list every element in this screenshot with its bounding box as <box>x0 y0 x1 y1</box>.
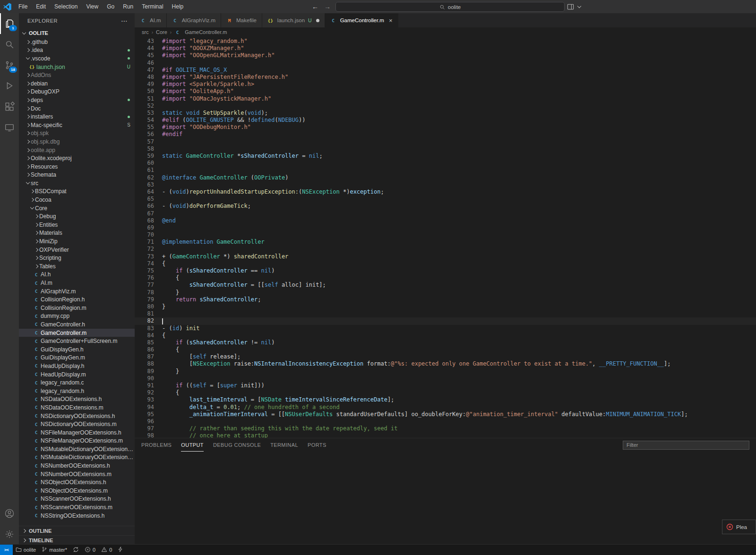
tree-item[interactable]: Clegacy_random.c <box>19 378 135 387</box>
code-line[interactable]: 49#import <Sparkle/Sparkle.h> <box>135 81 756 88</box>
code-line[interactable]: 62@interface GameController (OOPrivate) <box>135 174 756 181</box>
code-editor[interactable]: 43#import "legacy_random.h"44#import "OO… <box>135 37 756 438</box>
panel-tab-debug-console[interactable]: DEBUG CONSOLE <box>213 438 261 452</box>
tree-item[interactable]: CHeadUpDisplay.m <box>19 370 135 379</box>
history-back-button[interactable]: ← <box>312 3 318 10</box>
notification-toast[interactable]: Plea <box>722 520 756 534</box>
code-line[interactable]: 58 <box>135 145 756 153</box>
tree-item[interactable]: CNSObjectOOExtensions.m <box>19 487 135 495</box>
tree-item[interactable]: Scripting <box>19 254 135 262</box>
tree-item[interactable]: OXPVerifier <box>19 246 135 254</box>
tree-item[interactable]: AddOns <box>19 71 135 79</box>
code-line[interactable]: 65 <box>135 196 756 203</box>
code-line[interactable]: 95 _animationTimerInterval = [[NSUserDef… <box>135 411 756 418</box>
code-line[interactable]: 45#import "OOOpenGLMatrixManager.h" <box>135 52 756 59</box>
code-line[interactable]: 55#import "OODebugMonitor.h" <box>135 124 756 131</box>
code-line[interactable]: 96 <box>135 418 756 425</box>
code-line[interactable]: 64- (void)reportUnhandledStartupExceptio… <box>135 188 756 196</box>
tree-item[interactable]: CNSDictionaryOOExtensions.h <box>19 412 135 420</box>
code-line[interactable]: 57 <box>135 138 756 145</box>
code-line[interactable]: 50#import "OoliteApp.h" <box>135 88 756 95</box>
tree-item[interactable]: CNSFileManagerOOExtensions.h <box>19 428 135 437</box>
code-line[interactable]: 93 last_timeInterval = [NSDate timeInter… <box>135 396 756 403</box>
code-line[interactable]: 92 { <box>135 389 756 396</box>
tree-item[interactable]: Mac-specificS <box>19 121 135 129</box>
extensions-icon[interactable] <box>0 96 19 117</box>
tree-item[interactable]: CNSObjectOOExtensions.h <box>19 478 135 487</box>
code-line[interactable]: 70 <box>135 231 756 239</box>
tree-item[interactable]: Entities <box>19 221 135 229</box>
tree-item[interactable]: Cocoa <box>19 196 135 204</box>
tree-item[interactable]: CNSNumberOOExtensions.m <box>19 470 135 478</box>
code-line[interactable]: 43#import "legacy_random.h" <box>135 38 756 45</box>
tree-item[interactable]: deps <box>19 96 135 104</box>
run-and-debug-icon[interactable] <box>0 76 19 96</box>
menu-selection[interactable]: Selection <box>50 0 82 13</box>
tree-item[interactable]: CNSFileManagerOOExtensions.m <box>19 437 135 445</box>
remote-explorer-icon[interactable] <box>0 117 19 138</box>
tab-launch.json[interactable]: {}launch.jsonU <box>262 13 325 27</box>
code-line[interactable]: 88 [NSException raise:NSInternalInconsis… <box>135 360 756 367</box>
menu-terminal[interactable]: Terminal <box>137 0 167 13</box>
status-git-sync[interactable] <box>70 545 82 555</box>
accounts-icon[interactable] <box>0 503 19 524</box>
tree-item[interactable]: CHeadUpDisplay.h <box>19 362 135 370</box>
panel-tab-problems[interactable]: PROBLEMS <box>141 438 172 452</box>
code-line[interactable]: 61 <box>135 167 756 174</box>
code-line[interactable]: 85 if (sSharedController != nil) <box>135 339 756 346</box>
code-line[interactable]: 83- (id) init <box>135 325 756 332</box>
layout-controls-button[interactable] <box>567 0 582 13</box>
status-problems-errors[interactable]: 0 <box>82 545 98 555</box>
workspace-section-header[interactable]: OOLITE <box>19 28 135 38</box>
code-line[interactable]: 84{ <box>135 332 756 339</box>
code-line[interactable]: 59static GameController *sSharedControll… <box>135 153 756 160</box>
tree-item[interactable]: obj.spk <box>19 129 135 138</box>
tree-item[interactable]: oolite.app <box>19 146 135 154</box>
section-timeline[interactable]: TIMELINE <box>19 535 135 545</box>
code-line[interactable]: 54#elif (OOLITE_GNUSTEP && !defined(NDEB… <box>135 117 756 124</box>
tab-makefile[interactable]: MMakefile <box>221 13 262 27</box>
tree-item[interactable]: CNSMutableDictionaryOOExtensions.h <box>19 445 135 453</box>
tree-item[interactable]: .idea <box>19 46 135 55</box>
manage-icon[interactable] <box>0 524 19 545</box>
tree-item[interactable]: CAI.m <box>19 279 135 287</box>
code-line[interactable]: 80} <box>135 303 756 310</box>
code-line[interactable]: 63 <box>135 181 756 188</box>
breadcrumb-item[interactable]: src <box>142 29 149 35</box>
code-line[interactable]: 56#endif <box>135 131 756 138</box>
tree-item[interactable]: CNSScannerOOExtensions.h <box>19 495 135 504</box>
status-launch-misc[interactable] <box>115 545 126 555</box>
explorer-icon[interactable]: 1 <box>0 13 19 34</box>
code-line[interactable]: 47#if OOLITE_MAC_OS_X <box>135 67 756 74</box>
tree-item[interactable]: MiniZip <box>19 237 135 246</box>
tree-item[interactable]: {}launch.jsonU <box>19 63 135 71</box>
tab-ai.m[interactable]: CAI.m <box>135 13 167 27</box>
tree-item[interactable]: CNSDataOOExtensions.m <box>19 403 135 412</box>
code-line[interactable]: 91 if ((self = [super init])) <box>135 382 756 389</box>
code-line[interactable]: 48#import "JAPersistentFileReference.h" <box>135 74 756 81</box>
tree-item[interactable]: debian <box>19 79 135 88</box>
code-line[interactable]: 66- (void)doPerformGameTick; <box>135 203 756 210</box>
tree-item[interactable]: CGuiDisplayGen.h <box>19 345 135 354</box>
status-workspace[interactable]: oolite <box>13 545 39 555</box>
history-forward-button[interactable]: → <box>324 3 331 10</box>
panel-tab-ports[interactable]: PORTS <box>308 438 326 452</box>
menu-run[interactable]: Run <box>119 0 137 13</box>
tree-item[interactable]: CAI.h <box>19 271 135 279</box>
code-line[interactable]: 72 <box>135 246 756 253</box>
code-line[interactable]: 67 <box>135 210 756 217</box>
code-line[interactable]: 90 <box>135 375 756 382</box>
tree-item[interactable]: Debug <box>19 212 135 221</box>
tree-item[interactable]: installers <box>19 112 135 121</box>
panel-tab-terminal[interactable]: TERMINAL <box>270 438 298 452</box>
code-line[interactable]: 76 { <box>135 274 756 282</box>
code-line[interactable]: 68@end <box>135 217 756 224</box>
tree-item[interactable]: CNSNumberOOExtensions.h <box>19 461 135 470</box>
tree-item[interactable]: CGameController+FullScreen.m <box>19 337 135 345</box>
menu-file[interactable]: File <box>14 0 32 13</box>
tree-item[interactable]: Schemata <box>19 171 135 179</box>
status-problems-warnings[interactable]: 0 <box>98 545 115 555</box>
menu-edit[interactable]: Edit <box>32 0 50 13</box>
code-line[interactable]: 98 // once here at startup <box>135 432 756 438</box>
breadcrumb-item[interactable]: Core <box>156 29 167 35</box>
